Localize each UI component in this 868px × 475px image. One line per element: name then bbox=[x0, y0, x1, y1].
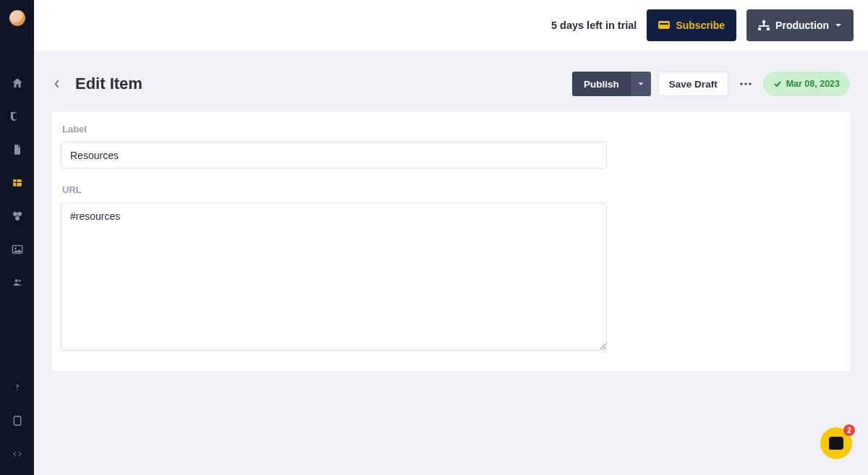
svg-point-12 bbox=[744, 82, 746, 85]
subscribe-button[interactable]: Subscribe bbox=[647, 9, 736, 41]
back-button[interactable] bbox=[52, 79, 62, 89]
sidebar bbox=[0, 0, 34, 475]
svg-point-13 bbox=[749, 82, 751, 85]
sidebar-nav bbox=[11, 77, 24, 289]
help-icon[interactable] bbox=[11, 381, 24, 394]
publish-group: Publish bbox=[572, 72, 651, 96]
environment-select[interactable]: Production bbox=[746, 9, 854, 41]
svg-rect-1 bbox=[13, 182, 22, 183]
chat-icon bbox=[829, 437, 843, 450]
svg-point-8 bbox=[14, 279, 17, 282]
home-icon[interactable] bbox=[11, 77, 24, 90]
chat-fab[interactable]: 2 bbox=[820, 427, 852, 459]
page-actions: Publish Save Draft Mar 08, 2023 bbox=[572, 72, 850, 96]
collection-icon[interactable] bbox=[11, 176, 24, 189]
form-card: Label URL #resources bbox=[52, 112, 850, 371]
svg-point-3 bbox=[13, 212, 17, 216]
avatar[interactable] bbox=[9, 10, 25, 26]
svg-point-9 bbox=[19, 280, 21, 282]
sidebar-nav-bottom bbox=[11, 381, 24, 475]
subscribe-label: Subscribe bbox=[676, 20, 725, 31]
url-field-heading: URL bbox=[62, 184, 841, 195]
svg-rect-10 bbox=[14, 416, 20, 425]
status-date: Mar 08, 2023 bbox=[786, 79, 840, 89]
svg-rect-2 bbox=[16, 179, 17, 186]
chevron-down-icon bbox=[835, 22, 842, 29]
svg-point-5 bbox=[15, 216, 20, 221]
main: 5 days left in trial Subscribe Productio… bbox=[34, 0, 868, 475]
docs-icon[interactable] bbox=[11, 414, 24, 427]
credit-card-icon bbox=[658, 21, 670, 29]
code-icon[interactable] bbox=[11, 448, 24, 461]
status-badge: Mar 08, 2023 bbox=[763, 72, 850, 96]
label-field-heading: Label bbox=[62, 124, 841, 134]
label-input[interactable] bbox=[61, 142, 607, 168]
more-actions-button[interactable] bbox=[736, 74, 756, 94]
svg-point-4 bbox=[17, 212, 22, 216]
check-icon bbox=[773, 80, 782, 88]
environment-label: Production bbox=[775, 20, 829, 31]
trial-text: 5 days left in trial bbox=[551, 20, 637, 31]
chat-unread-badge: 2 bbox=[843, 424, 855, 436]
sitemap-icon bbox=[758, 20, 770, 30]
topbar: 5 days left in trial Subscribe Productio… bbox=[34, 0, 868, 50]
users-icon[interactable] bbox=[11, 276, 24, 289]
page-header: Edit Item Publish Save Draft bbox=[52, 72, 850, 96]
publish-dropdown-button[interactable] bbox=[631, 72, 651, 96]
media-icon[interactable] bbox=[11, 243, 24, 256]
url-input[interactable]: #resources bbox=[61, 202, 607, 351]
plugins-icon[interactable] bbox=[11, 210, 24, 223]
content: Edit Item Publish Save Draft bbox=[34, 50, 868, 475]
publish-button[interactable]: Publish bbox=[572, 72, 631, 96]
save-draft-button[interactable]: Save Draft bbox=[658, 72, 728, 96]
page-icon[interactable] bbox=[11, 143, 24, 156]
svg-point-7 bbox=[14, 247, 17, 249]
svg-point-11 bbox=[740, 82, 742, 85]
blog-icon[interactable] bbox=[11, 110, 24, 123]
page-title: Edit Item bbox=[75, 74, 559, 93]
